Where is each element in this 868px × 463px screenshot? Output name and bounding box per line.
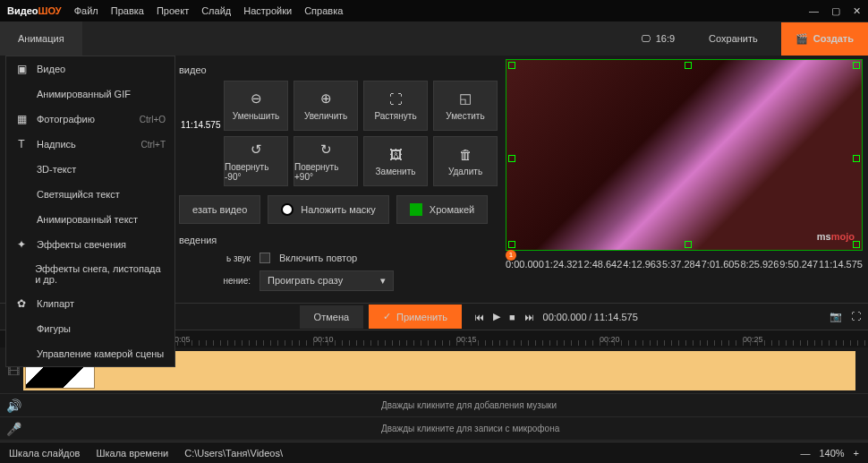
apply-button[interactable]: ✓Применить (369, 304, 462, 329)
rotate-left-icon: ↺ (251, 141, 262, 158)
play-label: нение: (179, 276, 251, 286)
handle-tl[interactable] (508, 62, 515, 69)
save-button[interactable]: Сохранить (696, 22, 770, 55)
tool-rotleft[interactable]: ↺Повернуть -90° (224, 136, 288, 186)
tab-animation[interactable]: Анимация (0, 21, 82, 56)
app-logo: ВидеоШОУ (7, 5, 62, 16)
clip-duration: 11:14.575 (181, 120, 221, 130)
watermark: msmojo (817, 229, 855, 243)
preview-timeline[interactable]: 1 0:00.0001:24.3212:48.6424:12.9635:37.2… (506, 253, 863, 271)
cancel-button[interactable]: Отмена (300, 305, 363, 329)
zoom-out-button[interactable]: — (800, 448, 810, 459)
mode-timeline[interactable]: Шкала времени (96, 448, 168, 459)
tool-delete[interactable]: 🗑Удалить (433, 136, 498, 186)
camera-icon (15, 347, 28, 360)
play-button[interactable]: ▶ (493, 311, 500, 322)
tool-zoomin[interactable]: ⊕Увеличить (294, 81, 358, 131)
chromakey-button[interactable]: Хромакей (396, 195, 488, 224)
chroma-icon (410, 203, 422, 216)
sound-label: ь звук (179, 253, 251, 263)
image-icon: ▦ (15, 113, 28, 125)
mic-track[interactable]: 🎤 Дважды кликните для записи с микрофона (0, 417, 868, 441)
tool-rotright[interactable]: ↻Повернуть +90° (294, 136, 358, 186)
check-icon: ✓ (383, 311, 391, 322)
speaker-icon: 🔊 (4, 399, 23, 413)
repeat-checkbox[interactable] (260, 253, 270, 263)
dd-clipart[interactable]: ✿Клипарт (6, 291, 174, 316)
dd-shapes[interactable]: Фигуры (6, 316, 174, 341)
tool-stretch[interactable]: ⛶Растянуть (363, 81, 428, 131)
dd-video[interactable]: ▣Видео (6, 56, 174, 81)
menu-project[interactable]: Проект (157, 5, 189, 16)
snapshot-icon[interactable]: 📷 (830, 311, 842, 322)
handle-bl[interactable] (508, 241, 515, 248)
tool-zoomout[interactable]: ⊖Уменьшить (224, 81, 288, 131)
dd-glow[interactable]: ✦Эффекты свечения (6, 232, 174, 257)
trash-icon: 🗑 (459, 147, 472, 162)
play-select[interactable]: Проиграть сразу▾ (260, 270, 394, 291)
menu-edit[interactable]: Правка (111, 5, 144, 16)
dd-animtext[interactable]: Анимированный текст (6, 207, 174, 232)
video-icon: 🎬 (796, 33, 808, 45)
tool-replace[interactable]: 🖼Заменить (363, 136, 428, 186)
mode-slides[interactable]: Шкала слайдов (9, 448, 80, 459)
handle-bm[interactable] (685, 241, 692, 248)
menu-settings[interactable]: Настройки (243, 5, 292, 16)
handle-ml[interactable] (508, 155, 515, 162)
fit-icon: ◱ (459, 90, 472, 107)
add-layer-dropdown: ▣Видео Анимированный GIF ▦ФотографиюCtrl… (5, 56, 175, 367)
close-icon[interactable]: ✕ (853, 5, 861, 17)
sparkle-icon: ✦ (15, 238, 28, 251)
music-track[interactable]: 🔊 Дважды кликните для добавления музыки (0, 394, 868, 417)
mic-icon: 🎤 (4, 422, 23, 436)
repeat-label: Включить повтор (279, 253, 357, 263)
panel-label: видео (179, 64, 491, 75)
prev-button[interactable]: ⏮ (474, 312, 484, 322)
crop-button[interactable]: езать видео (179, 195, 260, 224)
form-header: ведения (179, 235, 491, 245)
project-path: C:\Users\Таня\Videos\ (184, 448, 283, 459)
replace-icon: 🖼 (389, 147, 403, 162)
menu-help[interactable]: Справка (304, 5, 343, 16)
maximize-icon[interactable]: ▢ (831, 5, 840, 17)
handle-tm[interactable] (685, 62, 692, 69)
dd-camera[interactable]: Управление камерой сцены (6, 341, 174, 366)
time-display: 00:00.000 / 11:14.575 (543, 312, 638, 322)
dd-text[interactable]: TНадписьCtrl+T (6, 132, 174, 157)
dd-photo[interactable]: ▦ФотографиюCtrl+O (6, 107, 174, 132)
monitor-icon: 🖵 (641, 33, 651, 44)
stop-button[interactable]: ■ (509, 312, 515, 322)
chevron-down-icon: ▾ (380, 275, 386, 287)
text-icon: T (15, 138, 28, 150)
dd-gif[interactable]: Анимированный GIF (6, 81, 174, 107)
playhead-marker[interactable]: 1 (506, 250, 516, 261)
flower-icon: ✿ (15, 297, 28, 310)
dd-snow[interactable]: Эффекты снега, листопада и др. (6, 257, 174, 291)
video-icon: ▣ (15, 63, 28, 75)
create-button[interactable]: 🎬 Создать (781, 22, 868, 56)
zoom-level: 140% (819, 448, 844, 459)
mask-icon (281, 203, 294, 216)
tool-fit[interactable]: ◱Уместить (433, 81, 498, 131)
fullscreen-icon[interactable]: ⛶ (851, 311, 861, 322)
zoomout-icon: ⊖ (251, 90, 262, 107)
zoom-in-button[interactable]: + (854, 448, 859, 459)
next-button[interactable]: ⏭ (524, 312, 534, 322)
video-preview[interactable]: msmojo (506, 59, 863, 251)
stretch-icon: ⛶ (389, 91, 403, 107)
minimize-icon[interactable]: — (809, 5, 819, 17)
zoomin-icon: ⊕ (320, 90, 332, 107)
menu-file[interactable]: Файл (74, 5, 98, 16)
handle-tr[interactable] (853, 62, 860, 69)
rotate-right-icon: ↻ (320, 141, 332, 158)
main-menu: Файл Правка Проект Слайд Настройки Справ… (74, 5, 344, 16)
handle-mr[interactable] (853, 155, 860, 162)
menu-slide[interactable]: Слайд (201, 5, 231, 16)
mask-button[interactable]: Наложить маску (268, 195, 389, 224)
dd-glowtext[interactable]: Светящийся текст (6, 182, 174, 207)
aspect-ratio[interactable]: 🖵 16:9 (641, 33, 675, 44)
dd-3dtext[interactable]: 3D-текст (6, 157, 174, 182)
